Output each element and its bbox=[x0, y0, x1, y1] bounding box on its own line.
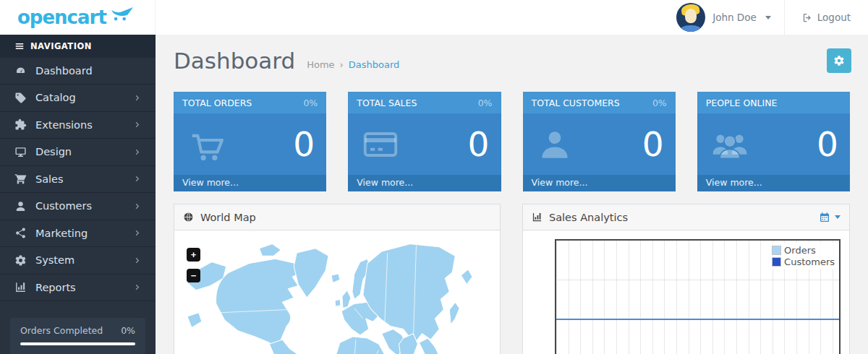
breadcrumb-home[interactable]: Home bbox=[307, 59, 334, 70]
user-menu[interactable]: John Doe bbox=[663, 0, 784, 35]
world-map-image bbox=[174, 230, 500, 354]
world-map[interactable]: + − bbox=[174, 230, 500, 354]
opencart-admin: opencart John Doe Logout bbox=[0, 0, 868, 354]
legend-label-customers: Customers bbox=[784, 256, 835, 267]
sidebar-item-label: Extensions bbox=[35, 119, 93, 131]
logout-label: Logout bbox=[817, 12, 851, 23]
breadcrumb-dashboard[interactable]: Dashboard bbox=[349, 59, 400, 70]
chevron-right-icon bbox=[133, 175, 141, 183]
chart-legend: Orders Customers bbox=[770, 243, 837, 269]
main-content: Dashboard Home › Dashboard TOTAL ORDERS … bbox=[156, 35, 868, 354]
chevron-right-icon bbox=[133, 202, 141, 210]
dashboard-settings-button[interactable] bbox=[827, 48, 851, 73]
sidebar-menu: Dashboard Catalog Extensions bbox=[0, 58, 156, 302]
chevron-down-icon bbox=[765, 16, 771, 20]
tile-value: 0 bbox=[293, 127, 315, 161]
sidebar-item-label: System bbox=[35, 254, 75, 266]
chevron-right-icon bbox=[133, 283, 141, 291]
nav-title: NAVIGATION bbox=[30, 41, 92, 51]
user-icon bbox=[14, 200, 27, 212]
world-map-panel: World Map + − bbox=[174, 204, 501, 354]
sidebar-item-label: Customers bbox=[35, 200, 92, 212]
sidebar-item-sales[interactable]: Sales bbox=[0, 166, 156, 194]
sidebar-item-reports[interactable]: Reports bbox=[0, 275, 156, 302]
sidebar-item-design[interactable]: Design bbox=[0, 139, 156, 166]
legend-swatch-customers bbox=[772, 257, 781, 267]
sidebar-item-label: Reports bbox=[35, 282, 76, 293]
sidebar: NAVIGATION Dashboard Catalog Extens bbox=[0, 35, 156, 354]
chart-series-line bbox=[556, 319, 839, 320]
breadcrumb-separator: › bbox=[340, 59, 344, 70]
tile-value: 0 bbox=[642, 127, 664, 161]
tile-total-orders: TOTAL ORDERS 0% 0 View more... bbox=[174, 92, 326, 191]
legend-swatch-orders bbox=[772, 246, 781, 255]
globe-icon bbox=[183, 212, 194, 223]
orders-completed-label: Orders Completed bbox=[20, 325, 103, 336]
tile-label: TOTAL ORDERS bbox=[182, 98, 252, 108]
topbar: John Doe Logout bbox=[156, 0, 868, 35]
tile-label: TOTAL SALES bbox=[357, 98, 417, 108]
hamburger-icon bbox=[14, 41, 25, 51]
sidebar-item-label: Sales bbox=[35, 173, 64, 185]
sidebar-item-label: Catalog bbox=[35, 92, 76, 103]
dashboard-icon bbox=[14, 64, 27, 77]
page-title: Dashboard bbox=[174, 48, 295, 74]
sidebar-item-catalog[interactable]: Catalog bbox=[0, 85, 156, 112]
tile-total-sales: TOTAL SALES 0% 0 View more... bbox=[348, 92, 501, 191]
sidebar-item-extensions[interactable]: Extensions bbox=[0, 112, 156, 139]
sidebar-item-label: Marketing bbox=[35, 228, 88, 239]
chevron-right-icon bbox=[133, 94, 141, 102]
tile-people-online: PEOPLE ONLINE 0 View more... bbox=[697, 92, 850, 191]
opencart-cart-icon bbox=[111, 7, 134, 24]
tile-value: 0 bbox=[468, 127, 490, 161]
logo-text: opencart bbox=[17, 7, 106, 28]
credit-card-icon bbox=[359, 124, 401, 165]
orders-completed-progress-bar bbox=[20, 342, 135, 345]
nav-header: NAVIGATION bbox=[0, 35, 156, 58]
sidebar-item-system[interactable]: System bbox=[0, 247, 156, 275]
bar-chart-icon bbox=[532, 212, 542, 223]
dashboard-panels: World Map + − bbox=[156, 191, 868, 354]
view-more-link[interactable]: View more... bbox=[348, 175, 501, 191]
panel-title: Sales Analytics bbox=[549, 212, 628, 223]
tile-percent: 0% bbox=[478, 98, 493, 108]
logout-button[interactable]: Logout bbox=[785, 0, 868, 35]
bar-chart-icon bbox=[14, 281, 27, 293]
tile-percent: 0% bbox=[652, 98, 667, 108]
orders-completed-value: 0% bbox=[121, 325, 135, 336]
cart-icon bbox=[185, 124, 227, 165]
legend-label-orders: Orders bbox=[784, 245, 816, 256]
sidebar-item-dashboard[interactable]: Dashboard bbox=[0, 58, 156, 85]
chevron-right-icon bbox=[133, 256, 141, 264]
users-icon bbox=[709, 124, 751, 165]
puzzle-icon bbox=[14, 118, 27, 131]
view-more-link[interactable]: View more... bbox=[697, 175, 850, 191]
avatar bbox=[676, 3, 705, 32]
page-header: Dashboard Home › Dashboard bbox=[156, 35, 868, 82]
breadcrumb: Home › Dashboard bbox=[307, 59, 399, 70]
sidebar-item-label: Dashboard bbox=[35, 65, 93, 77]
gear-icon bbox=[833, 55, 845, 66]
chevron-right-icon bbox=[133, 229, 141, 237]
logo[interactable]: opencart bbox=[0, 0, 156, 35]
orders-completed-widget: Orders Completed 0% bbox=[10, 318, 145, 354]
tile-label: PEOPLE ONLINE bbox=[706, 98, 778, 108]
calendar-icon bbox=[819, 212, 830, 223]
sidebar-item-marketing[interactable]: Marketing bbox=[0, 220, 156, 248]
view-more-link[interactable]: View more... bbox=[523, 175, 676, 191]
user-name: John Doe bbox=[712, 12, 757, 23]
tile-percent: 0% bbox=[303, 98, 318, 108]
sales-analytics-panel: Sales Analytics Orders bbox=[522, 204, 850, 354]
monitor-icon bbox=[14, 146, 27, 158]
tile-total-customers: TOTAL CUSTOMERS 0% 0 View more... bbox=[523, 92, 676, 191]
map-zoom-in-button[interactable]: + bbox=[187, 248, 200, 262]
view-more-link[interactable]: View more... bbox=[174, 175, 326, 191]
panel-title: World Map bbox=[200, 212, 256, 223]
sales-analytics-chart: Orders Customers 1.0 0.5 0.0 bbox=[523, 230, 849, 354]
sign-out-icon bbox=[802, 12, 813, 23]
tile-label: TOTAL CUSTOMERS bbox=[532, 98, 620, 108]
map-zoom-out-button[interactable]: − bbox=[187, 269, 200, 282]
sidebar-item-customers[interactable]: Customers bbox=[0, 193, 156, 220]
tile-value: 0 bbox=[817, 127, 838, 161]
chart-range-selector[interactable] bbox=[819, 212, 841, 223]
